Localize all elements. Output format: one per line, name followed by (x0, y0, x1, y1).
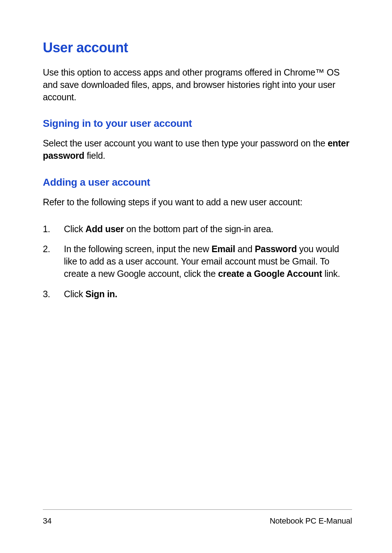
footer-title: Notebook PC E-Manual (270, 516, 352, 526)
section2-heading: Adding a user account (43, 177, 352, 188)
list-item: 1.Click Add user on the bottom part of t… (43, 223, 352, 235)
footer: 34 Notebook PC E-Manual (43, 509, 352, 526)
text: link. (322, 269, 340, 279)
list-item: 3.Click Sign in. (43, 288, 352, 300)
bold-text: Password (255, 244, 297, 254)
section1-heading: Signing in to your user account (43, 118, 352, 129)
intro-paragraph: Use this option to access apps and other… (43, 66, 352, 103)
text: Click (64, 289, 85, 299)
section2-intro: Refer to the following steps if you want… (43, 196, 352, 209)
list-item: 2.In the following screen, input the new… (43, 243, 352, 280)
list-content: Click Sign in. (64, 288, 352, 300)
list-content: Click Add user on the bottom part of the… (64, 223, 352, 235)
section1-text: Select the user account you want to use … (43, 137, 352, 162)
text: In the following screen, input the new (64, 244, 212, 254)
list-number: 2. (43, 243, 64, 280)
bold-text: Add user (85, 224, 124, 234)
main-heading: User account (43, 40, 352, 56)
section1-text-prefix: Select the user account you want to use … (43, 138, 328, 148)
bold-text: Email (212, 244, 235, 254)
section1-text-suffix: field. (84, 150, 105, 161)
text: Click (64, 224, 85, 234)
page-number: 34 (43, 516, 52, 526)
list-content: In the following screen, input the new E… (64, 243, 352, 280)
text: and (235, 244, 255, 254)
footer-divider (43, 509, 352, 510)
steps-list: 1.Click Add user on the bottom part of t… (43, 223, 352, 300)
bold-text: Sign in. (85, 289, 117, 299)
list-number: 3. (43, 288, 64, 300)
list-number: 1. (43, 223, 64, 235)
bold-text: create a Google Account (218, 269, 322, 279)
footer-row: 34 Notebook PC E-Manual (43, 516, 352, 526)
text: on the bottom part of the sign-in area. (124, 224, 273, 234)
